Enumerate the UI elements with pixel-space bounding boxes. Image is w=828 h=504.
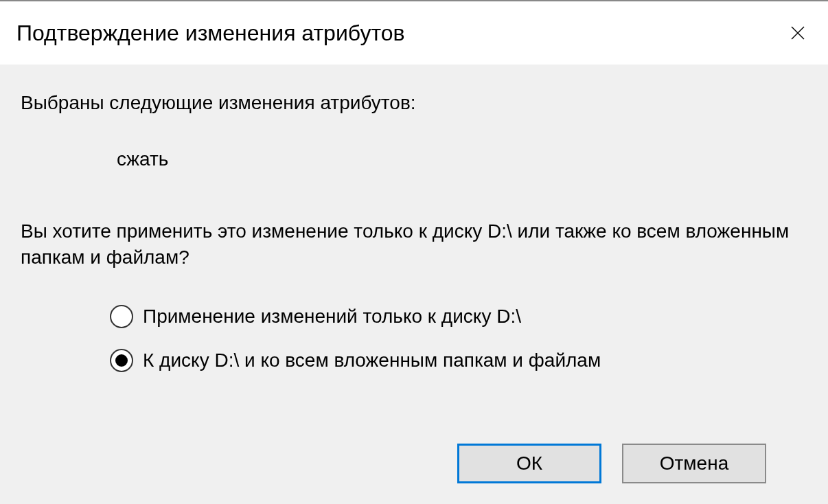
radio-icon (110, 349, 133, 372)
radio-group: Применение изменений только к диску D:\ … (110, 305, 807, 393)
radio-icon (110, 305, 133, 328)
close-icon (790, 25, 806, 41)
button-row: ОК Отмена (0, 437, 828, 504)
dialog-title: Подтверждение изменения атрибутов (16, 21, 404, 46)
radio-label: К диску D:\ и ко всем вложенным папкам и… (143, 350, 601, 371)
titlebar: Подтверждение изменения атрибутов (0, 0, 828, 65)
radio-option-recursive[interactable]: К диску D:\ и ко всем вложенным папкам и… (110, 349, 807, 372)
change-item: сжать (117, 148, 807, 170)
ok-button[interactable]: ОК (457, 444, 601, 483)
close-button[interactable] (784, 19, 812, 47)
dialog-content: Выбраны следующие изменения атрибутов: с… (0, 65, 828, 437)
cancel-button[interactable]: Отмена (622, 444, 766, 483)
question-text: Вы хотите применить это изменение только… (21, 218, 807, 271)
confirm-attribute-change-dialog: Подтверждение изменения атрибутов Выбран… (0, 0, 828, 504)
radio-label: Применение изменений только к диску D:\ (143, 306, 521, 328)
radio-option-drive-only[interactable]: Применение изменений только к диску D:\ (110, 305, 807, 328)
intro-text: Выбраны следующие изменения атрибутов: (21, 92, 807, 114)
